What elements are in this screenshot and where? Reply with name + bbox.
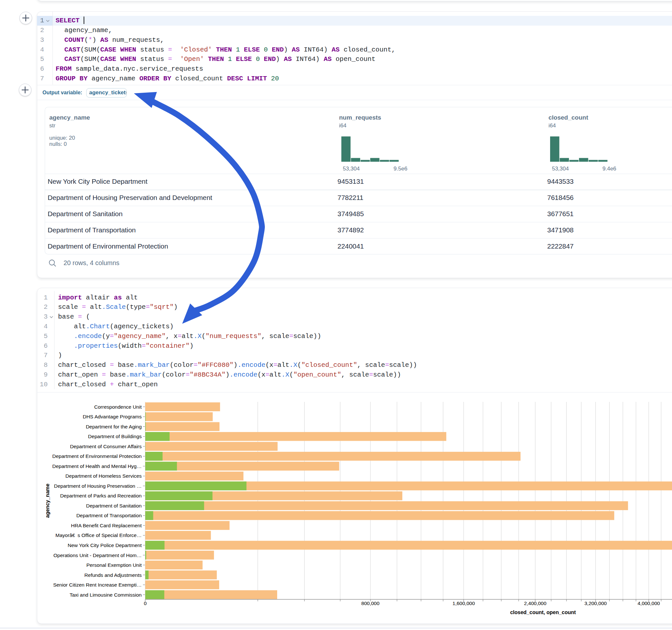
- svg-text:Department of Housing Preserva: Department of Housing Preservation …: [54, 483, 142, 489]
- svg-text:Department of Parks and Recrea: Department of Parks and Recreation: [60, 493, 142, 499]
- svg-text:Department of Transportation: Department of Transportation: [76, 513, 142, 518]
- svg-text:Department for the Aging: Department for the Aging: [86, 424, 142, 429]
- svg-text:1,600,000: 1,600,000: [453, 601, 475, 606]
- svg-text:Operations Unit - Department o: Operations Unit - Department of Hom…: [53, 553, 142, 558]
- svg-text:Department of Homeless Service: Department of Homeless Services: [66, 473, 142, 479]
- svg-text:Personal Exemption Unit: Personal Exemption Unit: [86, 562, 142, 568]
- svg-text:DHS Advantage Programs: DHS Advantage Programs: [83, 414, 142, 419]
- svg-text:0: 0: [144, 601, 147, 606]
- svg-text:Department of Health and Menta: Department of Health and Mental Hyg…: [52, 463, 142, 469]
- svg-text:3,200,000: 3,200,000: [584, 601, 607, 606]
- svg-text:Taxi and Limousine Commission: Taxi and Limousine Commission: [70, 592, 142, 598]
- svg-text:closed_count, open_count: closed_count, open_count: [510, 610, 576, 615]
- svg-text:Department of Consumer Affairs: Department of Consumer Affairs: [70, 444, 142, 449]
- svg-text:New York City Police Departmen: New York City Police Department: [68, 542, 142, 548]
- svg-text:4,000,000: 4,000,000: [638, 601, 660, 606]
- svg-text:Senior Citizen Rent Increase E: Senior Citizen Rent Increase Exempti…: [53, 582, 142, 587]
- svg-text:800,000: 800,000: [361, 601, 380, 606]
- svg-text:Correspondence Unit: Correspondence Unit: [94, 404, 142, 410]
- svg-text:Mayorâ€ s Office of Special En: Mayorâ€ s Office of Special Enforce…: [55, 532, 142, 538]
- svg-text:Department of Sanitation: Department of Sanitation: [86, 503, 142, 508]
- svg-text:Department of Buildings: Department of Buildings: [88, 434, 142, 439]
- svg-text:HRA Benefit Card Replacement: HRA Benefit Card Replacement: [71, 523, 142, 528]
- svg-text:Department of Environmental Pr: Department of Environmental Protection: [52, 453, 142, 459]
- svg-text:Refunds and Adjustments: Refunds and Adjustments: [84, 572, 142, 578]
- svg-text:agency_name: agency_name: [45, 484, 50, 518]
- svg-text:2,400,000: 2,400,000: [524, 601, 547, 606]
